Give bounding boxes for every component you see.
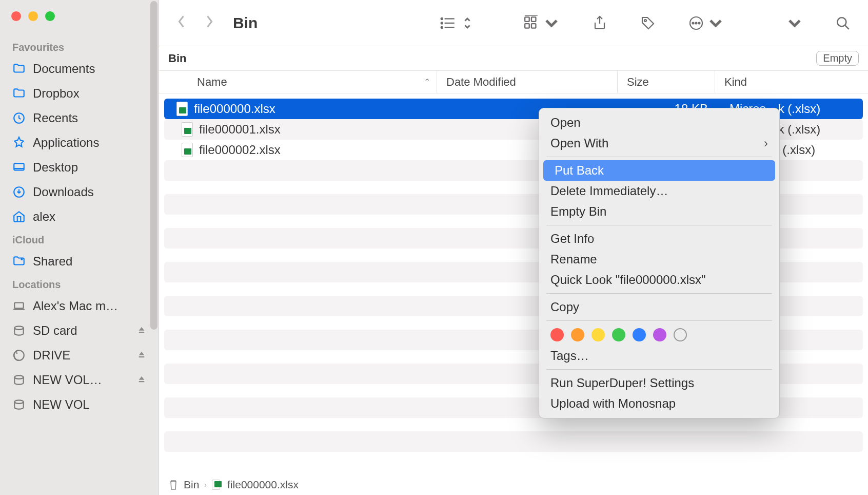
sidebar-item-label: NEW VOL… (33, 373, 102, 387)
disk-icon (12, 398, 26, 411)
path-segment[interactable]: file000000.xlsx (227, 479, 299, 491)
window-controls (0, 11, 159, 21)
tag-orange[interactable] (571, 328, 584, 341)
tag-blue[interactable] (633, 328, 646, 341)
eject-icon[interactable] (137, 373, 146, 387)
tag-none[interactable] (674, 328, 687, 341)
column-name[interactable]: Name ⌃ (159, 71, 437, 93)
ctx-put-back[interactable]: Put Back (543, 160, 775, 181)
separator (546, 225, 772, 225)
sidebar-item-this-mac[interactable]: Alex's Mac m… (0, 294, 159, 318)
back-button[interactable] (170, 11, 193, 35)
tag-green[interactable] (612, 328, 625, 341)
applications-icon (12, 136, 26, 149)
toolbar: Bin (159, 0, 868, 46)
ctx-open[interactable]: Open (539, 112, 779, 133)
svg-rect-1 (14, 163, 24, 170)
clock-icon (12, 111, 26, 125)
xlsx-file-icon (176, 102, 188, 116)
chevron-right-icon: › (204, 481, 207, 489)
sidebar-item-recents[interactable]: Recents (0, 106, 159, 130)
svg-rect-21 (531, 24, 536, 28)
file-name: file000000.xlsx (194, 102, 275, 116)
fullscreen-window-button[interactable] (45, 11, 55, 21)
sidebar-section-icloud: iCloud (0, 229, 159, 249)
dropdown-button[interactable] (781, 13, 808, 33)
ctx-tag-colors (539, 324, 779, 346)
sidebar-item-shared[interactable]: Shared (0, 249, 159, 274)
svg-rect-10 (139, 381, 145, 382)
file-name: file000001.xlsx (199, 122, 281, 137)
svg-point-12 (441, 17, 443, 19)
column-date[interactable]: Date Modified (437, 71, 618, 93)
sidebar-item-downloads[interactable]: Downloads (0, 180, 159, 204)
sidebar-section-locations: Locations (0, 274, 159, 294)
ctx-superduper[interactable]: Run SuperDuper! Settings (539, 373, 779, 393)
share-button[interactable] (586, 13, 614, 33)
path-segment[interactable]: Bin (184, 479, 199, 491)
tag-purple[interactable] (653, 328, 666, 341)
ctx-copy[interactable]: Copy (539, 297, 779, 317)
sidebar-item-documents[interactable]: Documents (0, 56, 159, 81)
empty-bin-button[interactable]: Empty (816, 51, 859, 66)
separator (546, 293, 772, 294)
location-bar: Bin Empty (159, 46, 868, 71)
sidebar-item-home[interactable]: alex (0, 204, 159, 229)
ctx-delete-immediately[interactable]: Delete Immediately… (539, 181, 779, 201)
action-menu-button[interactable] (682, 13, 729, 33)
sidebar-section-favourites: Favourites (0, 36, 159, 56)
ctx-monosnap[interactable]: Upload with Monosnap (539, 393, 779, 414)
scrollbar-thumb[interactable] (150, 1, 157, 330)
svg-rect-19 (531, 17, 536, 22)
search-button[interactable] (829, 13, 857, 33)
sidebar-item-newvol[interactable]: NEW VOL… (0, 368, 159, 392)
sidebar-item-dropbox[interactable]: Dropbox (0, 81, 159, 106)
file-name: file000002.xlsx (199, 143, 281, 157)
separator (546, 320, 772, 321)
timemachine-icon (12, 349, 26, 362)
sidebar-item-applications[interactable]: Applications (0, 130, 159, 155)
forward-button[interactable] (198, 11, 221, 35)
svg-point-28 (837, 17, 846, 26)
column-kind[interactable]: Kind (715, 71, 868, 93)
close-window-button[interactable] (11, 11, 21, 21)
shared-folder-icon (12, 255, 26, 268)
tag-yellow[interactable] (591, 328, 605, 341)
eject-icon[interactable] (137, 323, 146, 338)
sidebar-item-drive[interactable]: DRIVE (0, 343, 159, 368)
ctx-quick-look[interactable]: Quick Look "file000000.xlsx" (539, 270, 779, 290)
ctx-tags[interactable]: Tags… (539, 346, 779, 366)
ctx-empty-bin[interactable]: Empty Bin (539, 201, 779, 222)
sidebar-item-label: Dropbox (33, 86, 80, 101)
sidebar-item-label: Documents (33, 62, 95, 76)
svg-point-23 (644, 20, 646, 22)
separator (546, 369, 772, 370)
sidebar-item-label: Shared (33, 254, 72, 269)
svg-point-3 (21, 258, 23, 260)
sort-ascending-icon: ⌃ (424, 77, 430, 87)
minimize-window-button[interactable] (28, 11, 38, 21)
sidebar-item-desktop[interactable]: Desktop (0, 155, 159, 180)
sidebar: Favourites Documents Dropbox Recents App… (0, 0, 159, 495)
ctx-open-with[interactable]: Open With› (539, 133, 779, 154)
column-size[interactable]: Size (618, 71, 715, 93)
disk-icon (12, 373, 26, 387)
sidebar-item-sdcard[interactable]: SD card (0, 318, 159, 343)
svg-rect-6 (139, 332, 145, 333)
sidebar-item-label: Desktop (33, 160, 78, 175)
ctx-rename[interactable]: Rename (539, 249, 779, 270)
xlsx-file-icon (182, 122, 193, 137)
download-icon (12, 185, 26, 199)
ctx-get-info[interactable]: Get Info (539, 229, 779, 249)
context-menu: Open Open With› Put Back Delete Immediat… (539, 108, 780, 418)
eject-icon[interactable] (137, 348, 146, 363)
sidebar-item-newvol2[interactable]: NEW VOL (0, 392, 159, 412)
laptop-icon (12, 299, 26, 313)
view-list-button[interactable] (434, 13, 481, 33)
group-button[interactable] (518, 13, 565, 33)
sidebar-scrollbar[interactable] (149, 0, 159, 495)
tags-button[interactable] (634, 13, 662, 33)
folder-icon (12, 62, 26, 75)
tag-red[interactable] (550, 328, 564, 341)
path-bar: Bin › file000000.xlsx (159, 474, 868, 495)
